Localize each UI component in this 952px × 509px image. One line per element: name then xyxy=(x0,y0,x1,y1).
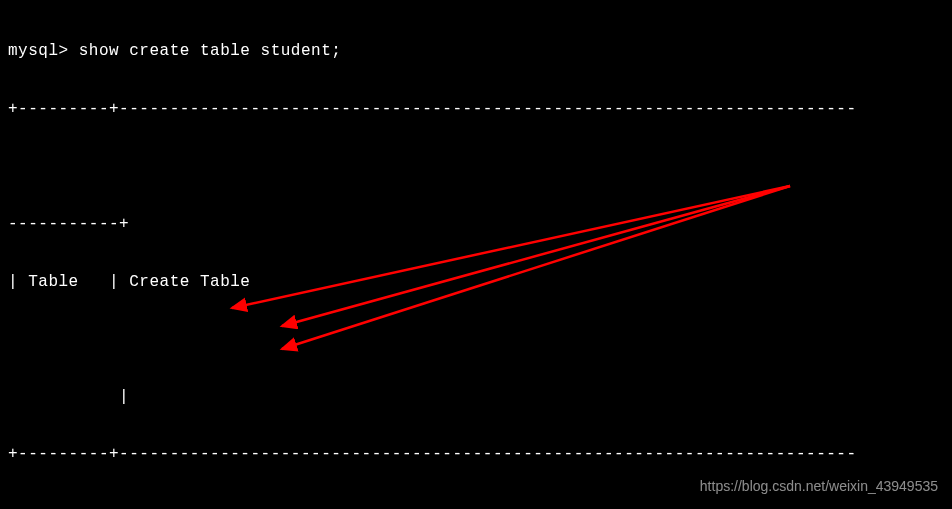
terminal-output: mysql> show create table student; +-----… xyxy=(8,4,944,509)
blank-line xyxy=(8,330,944,349)
separator-line: -----------+ xyxy=(8,215,944,234)
watermark-url: https://blog.csdn.net/weixin_43949535 xyxy=(700,478,938,495)
blank-line xyxy=(8,503,944,509)
blank-line xyxy=(8,158,944,177)
table-header-end: | xyxy=(8,388,944,407)
table-header: | Table | Create Table xyxy=(8,273,944,292)
separator-line: +---------+-----------------------------… xyxy=(8,100,944,119)
mysql-prompt-command: mysql> show create table student; xyxy=(8,42,944,61)
separator-line: +---------+-----------------------------… xyxy=(8,445,944,464)
